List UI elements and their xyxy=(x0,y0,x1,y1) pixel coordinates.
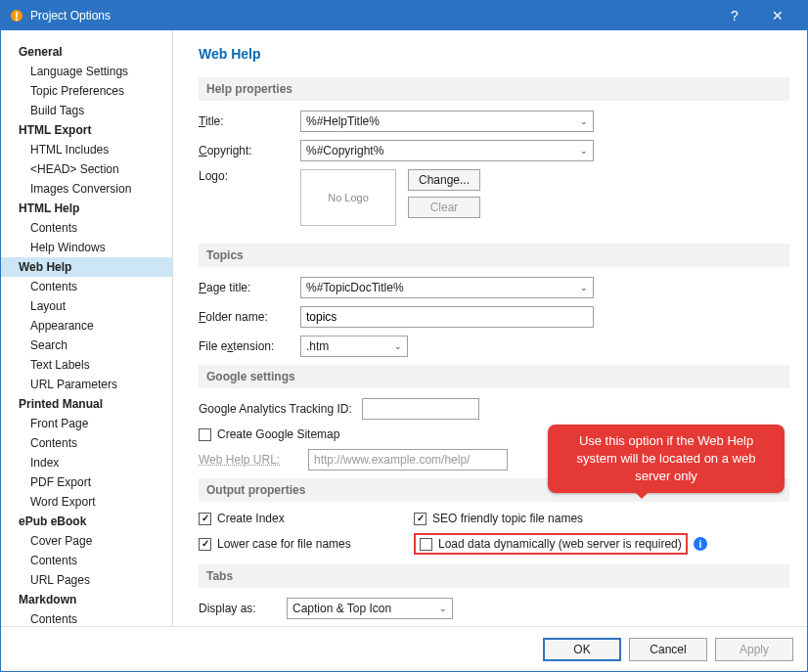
label-extension: File extension: xyxy=(199,339,300,353)
web-help-url-input xyxy=(308,449,508,470)
sidebar-item[interactable]: Contents xyxy=(1,433,172,453)
sidebar-item[interactable]: Build Tags xyxy=(1,101,172,120)
window-title: Project Options xyxy=(30,9,713,22)
sidebar-group-htmlhelp[interactable]: HTML Help xyxy=(1,199,172,218)
chevron-down-icon: ⌄ xyxy=(394,341,402,351)
sidebar-item[interactable]: Contents xyxy=(1,218,172,238)
label-folder: Folder name: xyxy=(199,310,300,324)
sidebar-group-general[interactable]: General xyxy=(1,42,172,62)
create-index-label: Create Index xyxy=(217,512,285,525)
load-dynamically-checkbox[interactable]: Load data dynamically (web server is req… xyxy=(420,537,682,551)
chevron-down-icon: ⌄ xyxy=(580,116,588,126)
page-heading: Web Help xyxy=(199,46,789,62)
sidebar-item[interactable]: Language Settings xyxy=(1,62,172,81)
sidebar-item[interactable]: Images Conversion xyxy=(1,179,172,199)
sidebar-item[interactable]: Layout xyxy=(1,296,172,316)
label-web-help-url: Web Help URL: xyxy=(199,453,308,467)
checkbox-icon xyxy=(420,538,432,551)
sidebar-group-printed[interactable]: Printed Manual xyxy=(1,394,172,414)
sidebar-item[interactable]: Front Page xyxy=(1,414,172,433)
sidebar-item[interactable]: PDF Export xyxy=(1,472,172,492)
sidebar-item[interactable]: Topic Preferences xyxy=(1,81,172,101)
label-logo: Logo: xyxy=(199,169,300,183)
extension-combo[interactable]: .htm ⌄ xyxy=(300,336,408,357)
label-title: Title: xyxy=(199,114,300,128)
chevron-down-icon: ⌄ xyxy=(439,604,447,613)
sidebar-item[interactable]: <HEAD> Section xyxy=(1,159,172,179)
apply-button[interactable]: Apply xyxy=(715,638,793,661)
sidebar-item[interactable]: Appearance xyxy=(1,316,172,336)
sidebar-item[interactable]: Help Windows xyxy=(1,238,172,257)
sidebar-group-htmlexport[interactable]: HTML Export xyxy=(1,120,172,140)
create-sitemap-checkbox[interactable]: Create Google Sitemap xyxy=(199,427,339,441)
checkbox-icon xyxy=(199,428,211,441)
page-title-combo[interactable]: %#TopicDocTitle% ⌄ xyxy=(300,277,594,298)
sidebar: General Language Settings Topic Preferen… xyxy=(1,30,173,626)
sidebar-group-epub[interactable]: ePub eBook xyxy=(1,512,172,531)
title-value: %#HelpTitle% xyxy=(306,114,380,128)
logo-preview: No Logo xyxy=(300,169,396,226)
sidebar-item[interactable]: Cover Page xyxy=(1,531,172,551)
svg-rect-1 xyxy=(16,12,18,18)
page-title-value: %#TopicDocTitle% xyxy=(306,281,404,294)
change-button[interactable]: Change... xyxy=(408,169,480,191)
section-topics: Topics xyxy=(199,244,789,267)
checkbox-icon xyxy=(414,513,426,525)
sidebar-item[interactable]: URL Pages xyxy=(1,570,172,590)
checkbox-icon xyxy=(199,513,211,525)
section-tabs: Tabs xyxy=(199,564,789,588)
label-ga-id: Google Analytics Tracking ID: xyxy=(199,402,352,416)
svg-rect-2 xyxy=(16,19,18,21)
section-google: Google settings xyxy=(199,365,789,388)
display-as-combo[interactable]: Caption & Top Icon ⌄ xyxy=(287,598,453,619)
chevron-down-icon: ⌄ xyxy=(580,146,588,156)
chevron-down-icon: ⌄ xyxy=(580,283,588,292)
folder-input[interactable] xyxy=(300,306,594,328)
label-display-as: Display as: xyxy=(199,602,287,615)
titlebar: Project Options ? ✕ xyxy=(1,1,807,30)
label-page-title: Page title: xyxy=(199,281,300,294)
sidebar-group-webhelp[interactable]: Web Help xyxy=(1,257,172,277)
label-copyright: Copyright: xyxy=(199,144,300,157)
sitemap-label: Create Google Sitemap xyxy=(217,427,339,441)
create-index-checkbox[interactable]: Create Index xyxy=(199,512,414,525)
section-help-properties: Help properties xyxy=(199,77,789,101)
close-button[interactable]: ✕ xyxy=(756,1,799,30)
checkbox-icon xyxy=(199,538,211,551)
dialog-footer: OK Cancel Apply xyxy=(1,626,807,671)
sidebar-item[interactable]: Contents xyxy=(1,277,172,296)
ext-value: .htm xyxy=(306,339,329,353)
sidebar-item[interactable]: Search xyxy=(1,336,172,355)
title-combo[interactable]: %#HelpTitle% ⌄ xyxy=(300,111,594,132)
app-icon xyxy=(9,8,24,23)
clear-button[interactable]: Clear xyxy=(408,197,480,218)
cancel-button[interactable]: Cancel xyxy=(629,638,707,661)
sidebar-item[interactable]: Text Labels xyxy=(1,355,172,375)
dynamic-label: Load data dynamically (web server is req… xyxy=(438,537,682,551)
callout-tooltip: Use this option if the Web Help system w… xyxy=(548,425,785,493)
lowercase-label: Lower case for file names xyxy=(217,537,351,551)
sidebar-item[interactable]: URL Parameters xyxy=(1,375,172,394)
seo-label: SEO friendly topic file names xyxy=(432,512,583,525)
sidebar-group-markdown[interactable]: Markdown xyxy=(1,590,172,609)
help-button[interactable]: ? xyxy=(713,1,756,30)
copyright-value: %#Copyright% xyxy=(306,144,383,157)
info-icon[interactable]: i xyxy=(694,537,707,551)
lowercase-checkbox[interactable]: Lower case for file names xyxy=(199,537,414,551)
sidebar-item[interactable]: Contents xyxy=(1,551,172,570)
main-panel: Web Help Help properties Title: %#HelpTi… xyxy=(173,30,807,626)
ok-button[interactable]: OK xyxy=(543,638,621,661)
ga-id-input[interactable] xyxy=(362,398,479,420)
sidebar-item[interactable]: Word Export xyxy=(1,492,172,512)
display-value: Caption & Top Icon xyxy=(292,602,391,615)
sidebar-item[interactable]: Contents xyxy=(1,609,172,626)
sidebar-item[interactable]: Index xyxy=(1,453,172,472)
sidebar-item[interactable]: HTML Includes xyxy=(1,140,172,159)
copyright-combo[interactable]: %#Copyright% ⌄ xyxy=(300,140,594,161)
highlighted-option: Load data dynamically (web server is req… xyxy=(414,533,688,555)
seo-checkbox[interactable]: SEO friendly topic file names xyxy=(414,512,789,525)
